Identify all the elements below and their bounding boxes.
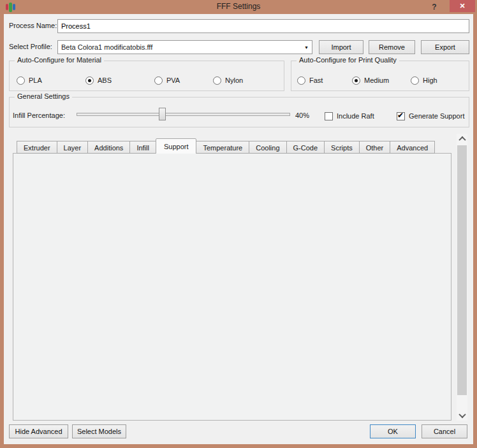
slider-thumb[interactable]: [159, 108, 166, 120]
tab-temperature[interactable]: Temperature: [196, 141, 249, 154]
tab-support[interactable]: Support: [156, 138, 197, 154]
radio-label: High: [423, 76, 437, 84]
include-raft-checkbox[interactable]: Include Raft: [325, 112, 374, 120]
checkbox-icon[interactable]: [397, 112, 405, 120]
tab-extruder[interactable]: Extruder: [17, 141, 57, 154]
radio-fast[interactable]: Fast: [297, 76, 323, 85]
radio-label: PVA: [166, 76, 180, 84]
settings-tab-bar: Extruder Layer Additions Infill Support …: [17, 140, 434, 154]
help-button[interactable]: ?: [427, 1, 441, 13]
infill-percentage-slider[interactable]: [77, 108, 290, 120]
radio-nylon[interactable]: Nylon: [213, 76, 243, 85]
tab-infill[interactable]: Infill: [129, 141, 156, 154]
generate-support-checkbox[interactable]: Generate Support: [397, 112, 464, 120]
radio-label: Nylon: [225, 76, 243, 84]
infill-percentage-label: Infill Percentage:: [13, 112, 65, 119]
radio-icon[interactable]: [411, 76, 419, 85]
dialog-body: Process Name: Select Profile: Beta Color…: [4, 14, 473, 444]
process-name-input[interactable]: [57, 19, 469, 33]
scrollbar-thumb[interactable]: [457, 145, 467, 395]
cancel-button[interactable]: Cancel: [422, 424, 467, 438]
radio-icon[interactable]: [17, 76, 25, 85]
radio-icon[interactable]: [85, 76, 94, 85]
checkbox-label: Include Raft: [337, 112, 374, 120]
remove-button[interactable]: Remove: [369, 40, 415, 54]
support-tab-panel: [13, 153, 451, 421]
infill-percentage-value: 40%: [295, 112, 309, 119]
close-button[interactable]: ✕: [450, 0, 475, 12]
hide-advanced-button[interactable]: Hide Advanced: [9, 424, 68, 438]
titlebar[interactable]: FFF Settings ? ✕: [0, 0, 477, 14]
material-group-title: Auto-Configure for Material: [15, 56, 104, 64]
profile-combobox[interactable]: Beta Colora1 modificatobis.fff ▼: [57, 40, 312, 54]
scroll-up-button[interactable]: [457, 134, 467, 144]
tab-advanced[interactable]: Advanced: [390, 141, 435, 154]
chevron-down-icon: [459, 411, 466, 418]
slider-track[interactable]: [77, 113, 290, 116]
close-icon: ✕: [459, 2, 465, 10]
radio-icon[interactable]: [352, 76, 360, 85]
general-settings-title: General Settings: [15, 92, 72, 100]
tab-gcode[interactable]: G-Code: [286, 141, 325, 154]
chevron-up-icon: [459, 136, 466, 143]
material-group: Auto-Configure for Material: [9, 61, 284, 91]
import-button[interactable]: Import: [319, 40, 363, 54]
scroll-down-button[interactable]: [457, 410, 467, 421]
tab-cooling[interactable]: Cooling: [249, 141, 286, 154]
ok-button[interactable]: OK: [370, 424, 416, 438]
radio-icon[interactable]: [154, 76, 163, 85]
radio-pva[interactable]: PVA: [154, 76, 180, 85]
tab-other[interactable]: Other: [359, 141, 391, 154]
tab-scripts[interactable]: Scripts: [324, 141, 360, 154]
radio-label: ABS: [98, 76, 112, 84]
profile-value: Beta Colora1 modificatobis.fff: [61, 43, 152, 51]
export-button[interactable]: Export: [421, 40, 469, 54]
fff-settings-window: FFF Settings ? ✕ Process Name: Select Pr…: [0, 0, 477, 448]
radio-icon[interactable]: [297, 76, 305, 85]
window-title: FFF Settings: [0, 2, 477, 11]
quality-group-title: Auto-Configure for Print Quality: [297, 56, 399, 64]
select-models-button[interactable]: Select Models: [72, 424, 126, 438]
tab-layer[interactable]: Layer: [57, 141, 89, 154]
radio-label: PLA: [29, 76, 42, 84]
radio-label: Medium: [364, 76, 389, 84]
radio-icon[interactable]: [213, 76, 221, 85]
checkbox-label: Generate Support: [409, 112, 464, 120]
radio-abs[interactable]: ABS: [85, 76, 112, 85]
process-name-label: Process Name:: [9, 22, 57, 29]
tab-additions[interactable]: Additions: [87, 141, 130, 154]
vertical-scrollbar[interactable]: [457, 134, 467, 421]
radio-pla[interactable]: PLA: [17, 76, 42, 85]
radio-medium[interactable]: Medium: [352, 76, 389, 85]
radio-high[interactable]: High: [411, 76, 437, 85]
radio-label: Fast: [309, 76, 323, 84]
select-profile-label: Select Profile:: [9, 43, 52, 50]
checkbox-icon[interactable]: [325, 112, 333, 120]
chevron-down-icon: ▼: [304, 45, 309, 50]
